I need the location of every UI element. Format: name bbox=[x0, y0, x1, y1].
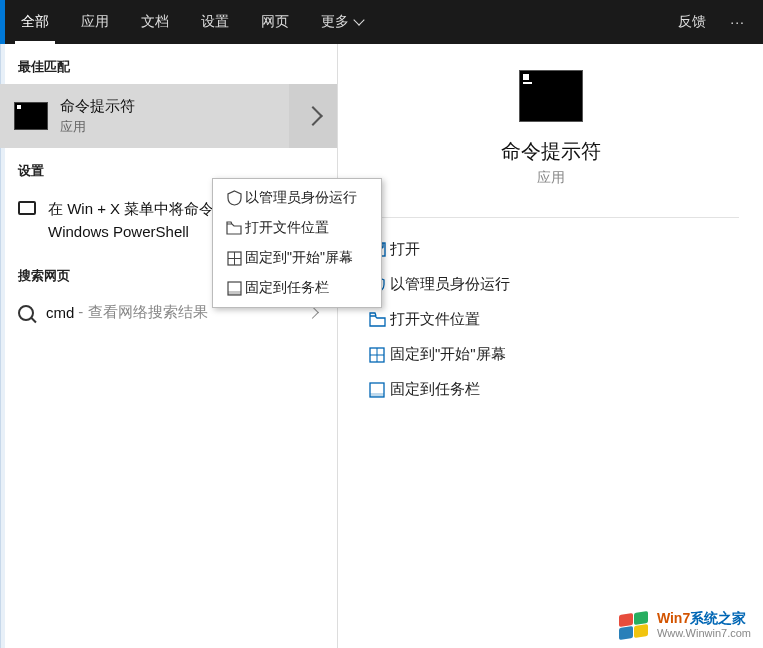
pin-start-icon bbox=[223, 252, 245, 265]
svg-rect-4 bbox=[228, 291, 241, 295]
best-match-subtitle: 应用 bbox=[60, 118, 135, 136]
action-pin-to-start[interactable]: 固定到"开始"屏幕 bbox=[362, 337, 739, 372]
pin-taskbar-icon bbox=[364, 383, 390, 397]
ctx-run-as-admin[interactable]: 以管理员身份运行 bbox=[213, 183, 381, 213]
ctx-label: 以管理员身份运行 bbox=[245, 189, 357, 207]
search-icon bbox=[18, 305, 34, 321]
monitor-icon bbox=[18, 201, 36, 215]
overflow-button[interactable]: ··· bbox=[718, 14, 757, 30]
cmd-icon bbox=[14, 102, 48, 130]
search-window: 全部 应用 文档 设置 网页 更多 反馈 ··· 最佳匹配 命令提示符 应用 bbox=[0, 0, 763, 648]
pin-taskbar-icon bbox=[223, 282, 245, 295]
best-match-title: 命令提示符 bbox=[60, 97, 135, 116]
filter-tabs: 全部 应用 文档 设置 网页 更多 bbox=[5, 0, 379, 44]
watermark-url: Www.Winwin7.com bbox=[657, 627, 751, 639]
action-label: 以管理员身份运行 bbox=[390, 275, 510, 294]
action-pin-to-taskbar[interactable]: 固定到任务栏 bbox=[362, 372, 739, 407]
tab-more[interactable]: 更多 bbox=[305, 0, 379, 44]
watermark-rest: 系统之家 bbox=[690, 610, 746, 626]
shield-icon bbox=[223, 191, 245, 205]
ctx-pin-to-start[interactable]: 固定到"开始"屏幕 bbox=[213, 243, 381, 273]
watermark: Win7系统之家 Www.Winwin7.com bbox=[619, 610, 751, 640]
action-run-as-admin[interactable]: 以管理员身份运行 bbox=[362, 267, 739, 302]
action-label: 固定到任务栏 bbox=[390, 380, 480, 399]
folder-icon bbox=[223, 222, 245, 234]
preview-pane: 命令提示符 应用 打开 以管理员身份运行 bbox=[338, 44, 763, 648]
action-list: 打开 以管理员身份运行 打开文件位置 bbox=[362, 232, 739, 407]
action-label: 打开文件位置 bbox=[390, 310, 480, 329]
ctx-pin-to-taskbar[interactable]: 固定到任务栏 bbox=[213, 273, 381, 303]
web-hint: - 查看网络搜索结果 bbox=[78, 303, 207, 322]
expand-button[interactable] bbox=[289, 84, 337, 148]
action-label: 打开 bbox=[390, 240, 420, 259]
folder-icon bbox=[364, 313, 390, 326]
app-type: 应用 bbox=[537, 169, 565, 187]
svg-rect-10 bbox=[370, 393, 384, 397]
arrow-right-icon bbox=[303, 106, 323, 126]
chevron-right-icon bbox=[306, 306, 319, 319]
top-bar: 全部 应用 文档 设置 网页 更多 反馈 ··· bbox=[0, 0, 763, 44]
app-large-icon bbox=[519, 70, 583, 122]
best-match-text: 命令提示符 应用 bbox=[60, 97, 135, 136]
tab-documents[interactable]: 文档 bbox=[125, 0, 185, 44]
feedback-button[interactable]: 反馈 bbox=[666, 13, 718, 31]
action-open[interactable]: 打开 bbox=[362, 232, 739, 267]
ctx-open-file-location[interactable]: 打开文件位置 bbox=[213, 213, 381, 243]
ctx-label: 固定到任务栏 bbox=[245, 279, 329, 297]
results-pane: 最佳匹配 命令提示符 应用 设置 在 Win + X 菜单中将命令提示符替换为 … bbox=[0, 44, 338, 648]
best-match-item[interactable]: 命令提示符 应用 bbox=[0, 84, 337, 148]
watermark-brand: Win7 bbox=[657, 610, 690, 626]
watermark-text: Win7系统之家 Www.Winwin7.com bbox=[657, 611, 751, 638]
action-label: 固定到"开始"屏幕 bbox=[390, 345, 506, 364]
context-menu: 以管理员身份运行 打开文件位置 固定到"开始"屏幕 bbox=[212, 178, 382, 308]
pin-start-icon bbox=[364, 348, 390, 362]
action-open-file-location[interactable]: 打开文件位置 bbox=[362, 302, 739, 337]
ctx-label: 打开文件位置 bbox=[245, 219, 329, 237]
ctx-label: 固定到"开始"屏幕 bbox=[245, 249, 353, 267]
tab-web[interactable]: 网页 bbox=[245, 0, 305, 44]
best-match-header: 最佳匹配 bbox=[0, 44, 337, 84]
web-query: cmd bbox=[46, 304, 74, 321]
content-body: 最佳匹配 命令提示符 应用 设置 在 Win + X 菜单中将命令提示符替换为 … bbox=[0, 44, 763, 648]
watermark-logo bbox=[619, 610, 653, 640]
tab-settings[interactable]: 设置 bbox=[185, 0, 245, 44]
divider bbox=[362, 217, 739, 218]
tab-apps[interactable]: 应用 bbox=[65, 0, 125, 44]
tab-all[interactable]: 全部 bbox=[5, 0, 65, 44]
chevron-down-icon bbox=[353, 14, 364, 25]
app-title: 命令提示符 bbox=[501, 138, 601, 165]
tab-more-label: 更多 bbox=[321, 13, 349, 31]
